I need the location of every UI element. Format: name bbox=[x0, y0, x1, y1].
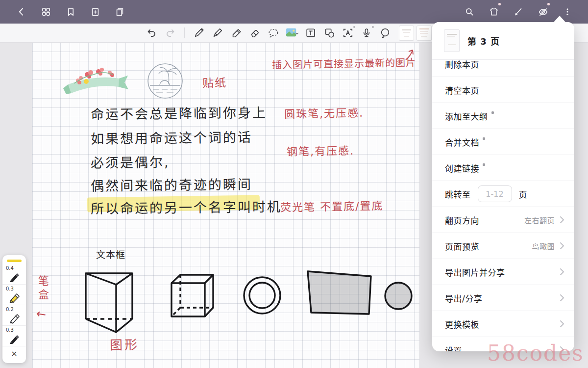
menu-item-value: 左右翻页 bbox=[524, 215, 555, 225]
back-icon[interactable] bbox=[16, 6, 27, 18]
menu-item-settings[interactable]: 设置 bbox=[432, 337, 574, 351]
menu-item-label: 翻页方向 bbox=[445, 214, 479, 226]
pen-palette: 0.4 0.3 0.2 0.3 × bbox=[2, 255, 26, 363]
menu-item-create-link[interactable]: 创建链接 bbox=[432, 155, 574, 181]
chevron-right-icon bbox=[560, 268, 564, 276]
badge-dot bbox=[353, 26, 355, 28]
highlighter-icon[interactable] bbox=[230, 26, 243, 39]
insert-image-icon[interactable] bbox=[286, 26, 298, 39]
handwriting-line-highlighted: 所以命运的另一个名字叫时机 bbox=[91, 196, 282, 217]
pencase-arrow: ← bbox=[35, 307, 47, 322]
menu-item-change-template[interactable]: 更换模板 bbox=[432, 311, 574, 337]
menu-item-label: 更换模板 bbox=[445, 318, 479, 330]
page-options-menu: 第 3 页 删除本页 清空本页 添加至大纲 合并文档 创建链接 跳转至 bbox=[432, 22, 574, 351]
red-note-highlighter: 荧光笔 不置底/置底 bbox=[280, 197, 384, 214]
shapes-label: 图形 bbox=[110, 334, 140, 353]
red-note-insert-image: 插入图片可直接显示最新的图片 bbox=[272, 54, 416, 71]
page-number-title: 第 3 页 bbox=[467, 34, 500, 47]
menu-item-clear-page[interactable]: 清空本页 bbox=[432, 77, 574, 103]
new-feature-dot bbox=[483, 137, 485, 140]
new-feature-dot bbox=[491, 111, 494, 114]
badge-dot bbox=[498, 3, 501, 5]
redo-icon[interactable] bbox=[164, 26, 176, 39]
page-suffix-label: 页 bbox=[519, 188, 527, 200]
handwriting-line: 必须是偶尔, bbox=[91, 152, 170, 172]
page-thumbnail bbox=[444, 29, 460, 52]
pen-size-label: 0.4 bbox=[6, 265, 14, 271]
pen-slot-2[interactable]: 0.3 bbox=[2, 285, 26, 305]
red-note-fountain: 钢笔,有压感. bbox=[287, 142, 355, 158]
red-note-ballpoint: 圆珠笔,无压感. bbox=[284, 104, 364, 121]
menu-item-merge-documents[interactable]: 合并文档 bbox=[432, 129, 574, 155]
bookmark-icon[interactable] bbox=[65, 6, 76, 18]
handwriting-line: 命运不会总是降临到你身上 bbox=[91, 102, 267, 123]
menu-item-add-to-outline[interactable]: 添加至大纲 bbox=[432, 103, 574, 129]
screenshot-icon[interactable] bbox=[114, 6, 125, 18]
black-pen-icon bbox=[8, 333, 21, 344]
fine-pen-icon bbox=[8, 312, 21, 324]
pen-size-label: 0.2 bbox=[6, 307, 14, 312]
menu-item-page-preview[interactable]: 页面预览 鸟瞰图 bbox=[432, 233, 574, 259]
pen-slot-1[interactable]: 0.4 bbox=[2, 264, 26, 285]
menu-item-label: 设置 bbox=[445, 344, 462, 352]
menu-item-export-image-share[interactable]: 导出图片并分享 bbox=[432, 259, 574, 285]
flower-banner-decoration bbox=[59, 63, 138, 101]
menu-item-value: 鸟瞰图 bbox=[532, 241, 555, 251]
fountain-pen-icon[interactable] bbox=[211, 26, 224, 39]
pen-slot-3[interactable]: 0.2 bbox=[2, 305, 26, 326]
menu-item-label: 跳转至 bbox=[445, 188, 471, 200]
recent-image-thumbnail[interactable] bbox=[399, 26, 414, 40]
geometry-shapes-drawing bbox=[79, 265, 422, 344]
pencil-tool-icon[interactable] bbox=[193, 26, 205, 39]
pages-grid-icon[interactable] bbox=[40, 6, 52, 18]
menu-item-label: 清空本页 bbox=[445, 84, 479, 96]
text-tool-icon[interactable] bbox=[304, 26, 317, 39]
undo-icon[interactable] bbox=[145, 26, 158, 39]
sticker-balloon-icon[interactable] bbox=[379, 26, 392, 39]
menu-item-export-share[interactable]: 导出/分享 bbox=[432, 285, 574, 311]
red-arrow-up-right bbox=[404, 48, 416, 61]
palette-close-button[interactable]: × bbox=[2, 346, 26, 360]
chevron-right-icon bbox=[560, 346, 564, 351]
black-pen-icon bbox=[8, 271, 21, 283]
search-icon[interactable] bbox=[464, 6, 475, 18]
menu-item-label: 页面预览 bbox=[445, 240, 479, 252]
handwriting-recognition-icon[interactable] bbox=[342, 26, 354, 39]
chevron-right-icon bbox=[560, 294, 564, 302]
edit-pencil-icon[interactable] bbox=[513, 6, 524, 18]
page-number-input[interactable] bbox=[478, 185, 512, 202]
theme-skin-icon[interactable] bbox=[488, 6, 500, 18]
chevron-right-icon bbox=[560, 216, 564, 224]
top-toolbar bbox=[0, 0, 588, 24]
menu-item-label: 创建链接 bbox=[445, 162, 479, 174]
menu-item-label: 合并文档 bbox=[445, 136, 479, 148]
menu-list: 删除本页 清空本页 添加至大纲 合并文档 创建链接 跳转至 页 bbox=[432, 51, 574, 351]
new-feature-dot bbox=[483, 163, 485, 166]
handwriting-line: 偶然间来临的奇迹的瞬间 bbox=[91, 174, 252, 194]
menu-item-label: 添加至大纲 bbox=[445, 110, 488, 122]
lasso-select-icon[interactable] bbox=[267, 26, 280, 39]
chevron-right-icon bbox=[560, 242, 564, 250]
handwriting-line: 如果想用命运这个词的话 bbox=[91, 127, 252, 147]
badge-dot bbox=[547, 3, 550, 5]
chevron-right-icon bbox=[560, 320, 564, 328]
eraser-icon[interactable] bbox=[248, 26, 261, 39]
textbox-label[interactable]: 文本框 bbox=[96, 247, 125, 261]
recent-image-thumbnail[interactable] bbox=[417, 26, 431, 40]
menu-item-jump-to-page: 跳转至 页 bbox=[432, 181, 574, 207]
hide-interface-icon[interactable] bbox=[537, 6, 549, 18]
palette-drag-handle[interactable] bbox=[7, 260, 22, 262]
menu-item-page-turn-direction[interactable]: 翻页方向 左右翻页 bbox=[432, 207, 574, 233]
palm-sticker bbox=[146, 62, 184, 100]
add-page-icon[interactable] bbox=[89, 6, 101, 18]
yellow-highlighter-icon bbox=[8, 291, 21, 303]
microphone-icon[interactable] bbox=[360, 26, 373, 39]
badge-dot bbox=[372, 26, 374, 28]
pen-slot-4[interactable]: 0.3 bbox=[2, 326, 26, 346]
menu-pointer-triangle bbox=[554, 16, 565, 22]
pen-size-label: 0.3 bbox=[6, 327, 14, 333]
shapes-tool-icon[interactable] bbox=[323, 26, 336, 39]
menu-item-label: 导出/分享 bbox=[445, 292, 482, 304]
note-page-canvas[interactable]: 贴纸 插入图片可直接显示最新的图片 命运不会总是降临到你身上 如果想用命运这个词… bbox=[32, 42, 419, 368]
pencase-label: 笔盒 bbox=[34, 275, 50, 303]
